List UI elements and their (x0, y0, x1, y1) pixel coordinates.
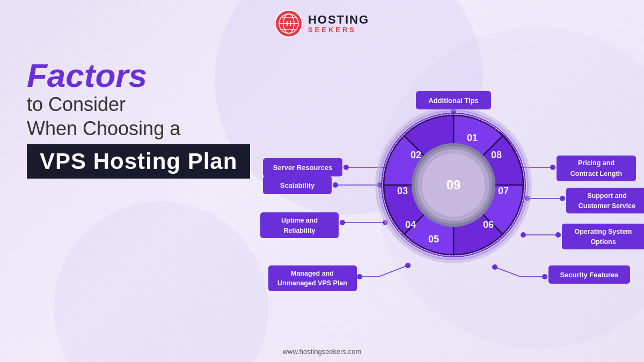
svg-text:Managed and: Managed and (291, 270, 334, 277)
svg-text:01: 01 (467, 132, 478, 143)
logo-text: HOSTING SEEKERS (308, 13, 369, 34)
logo: H HOSTING SEEKERS (275, 10, 369, 38)
svg-point-30 (405, 263, 411, 268)
title-factors: Factors (27, 59, 252, 92)
svg-line-32 (495, 267, 521, 277)
svg-text:Options: Options (590, 238, 616, 246)
svg-text:Customer Service: Customer Service (579, 202, 635, 210)
svg-point-26 (521, 232, 526, 238)
svg-text:Pricing and: Pricing and (578, 159, 614, 167)
svg-point-35 (542, 274, 547, 279)
svg-text:Support and: Support and (587, 192, 627, 200)
title-vps-box: VPS Hosting Plan (27, 144, 250, 179)
logo-icon: H (275, 10, 303, 38)
footer: www.hostingseekers.com (283, 348, 362, 356)
title-subtitle: to Consider When Choosing a (27, 92, 252, 140)
logo-seekers-text: SEEKERS (308, 26, 369, 34)
svg-text:Reliability: Reliability (283, 227, 315, 234)
right-section: 01 08 07 06 05 04 03 02 09 Additional Ti… (252, 43, 623, 322)
svg-point-34 (492, 264, 497, 270)
svg-text:Unmanaged VPS Plan: Unmanaged VPS Plan (277, 279, 347, 287)
svg-point-18 (333, 182, 338, 188)
svg-text:Additional Tips: Additional Tips (428, 97, 479, 105)
svg-text:Contract Length: Contract Length (570, 170, 623, 178)
svg-text:05: 05 (428, 234, 439, 245)
svg-text:Operating System: Operating System (575, 228, 632, 235)
svg-text:04: 04 (405, 219, 416, 230)
logo-hosting-text: HOSTING (308, 13, 369, 26)
svg-text:03: 03 (397, 186, 408, 196)
svg-point-27 (555, 232, 561, 238)
svg-text:09: 09 (447, 178, 461, 192)
diagram-svg: 01 08 07 06 05 04 03 02 09 Additional Ti… (252, 43, 644, 327)
svg-point-12 (343, 165, 349, 170)
svg-point-15 (550, 165, 555, 170)
svg-text:Uptime and: Uptime and (281, 217, 318, 224)
svg-point-21 (560, 196, 565, 201)
svg-point-24 (340, 220, 345, 225)
svg-text:Scalability: Scalability (280, 181, 315, 189)
svg-text:Security Features: Security Features (560, 271, 618, 279)
svg-text:07: 07 (498, 186, 509, 196)
svg-point-31 (357, 274, 362, 279)
svg-text:Server Resources: Server Resources (273, 164, 333, 172)
svg-text:H: H (286, 19, 291, 28)
left-section: Factors to Consider When Choosing a VPS … (27, 48, 252, 179)
svg-text:08: 08 (491, 150, 502, 160)
header: H HOSTING SEEKERS (0, 0, 644, 43)
svg-text:02: 02 (411, 150, 421, 160)
svg-text:06: 06 (483, 219, 494, 230)
svg-line-28 (378, 265, 408, 277)
footer-url: www.hostingseekers.com (283, 348, 362, 356)
main-content: Factors to Consider When Choosing a VPS … (0, 43, 644, 322)
